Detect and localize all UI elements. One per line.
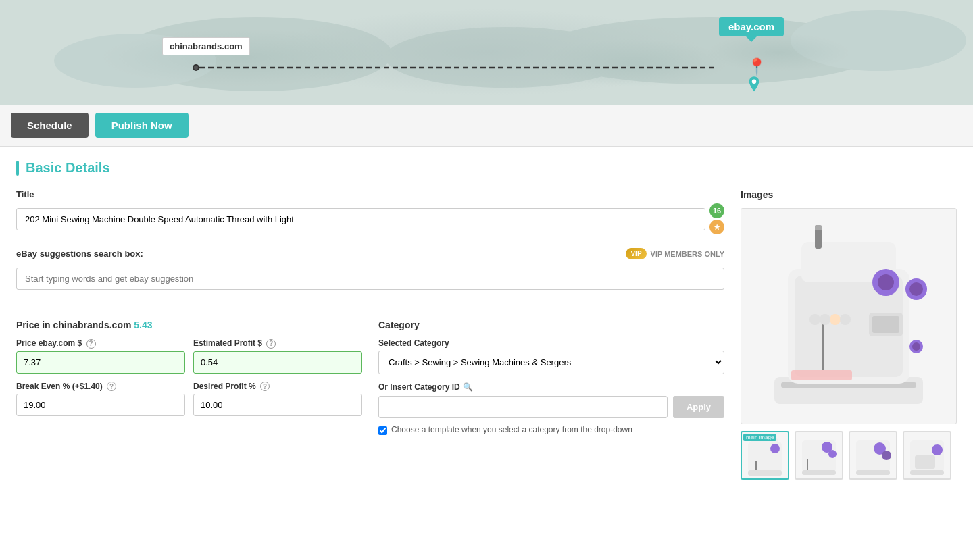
svg-point-16 [878,274,894,290]
ebay-pin [747,57,760,75]
price-fields-row2: Break Even % (+$1.40) ? Desired Profit %… [16,382,362,417]
thumbnail-4[interactable] [903,431,951,480]
svg-rect-25 [872,316,899,333]
price-category-grid: Price in chinabrands.com 5.43 Price ebay… [16,320,724,435]
price-section-title: Price in chinabrands.com 5.43 [16,320,362,330]
main-product-image [741,208,957,424]
price-ebay-help-icon[interactable]: ? [86,339,96,349]
svg-point-6 [752,79,756,83]
china-dot [193,64,199,71]
main-layout: Title 16 ★ eBay suggestions search box: … [0,189,973,480]
vip-badge: VIP [626,248,646,259]
basic-details-section: Basic Details [0,147,973,176]
publish-now-button[interactable]: Publish Now [95,113,189,138]
thumbnail-2[interactable] [795,431,843,480]
break-even-label: Break Even % (+$1.40) ? [16,382,185,392]
apply-button[interactable]: Apply [673,396,724,418]
price-ebay-field: Price ebay.com $ ? [16,338,185,374]
main-image-tag: main image [743,434,776,441]
estimated-profit-input[interactable] [193,351,362,374]
left-panel: Title 16 ★ eBay suggestions search box: … [16,189,724,480]
svg-point-43 [932,444,943,455]
svg-rect-12 [815,228,822,249]
svg-rect-37 [802,470,836,475]
right-panel: Images [741,189,957,480]
map-banner: chinabrands.com ebay.com [0,0,973,105]
svg-rect-14 [822,323,824,370]
category-section: Category Selected Category Crafts > Sewi… [378,320,724,435]
vip-label-group: VIP VIP MEMBERS ONLY [626,248,724,259]
svg-point-21 [830,314,841,325]
images-title: Images [741,189,957,200]
svg-rect-45 [915,455,935,469]
selected-category-label: Selected Category [378,338,724,348]
break-even-field: Break Even % (+$1.40) ? [16,382,185,417]
svg-rect-36 [807,459,808,471]
ebay-label: ebay.com [719,17,784,36]
china-label: chinabrands.com [162,37,250,55]
desired-profit-field: Desired Profit % ? [193,382,362,417]
break-even-input[interactable] [16,394,185,416]
title-field-group: Title 16 ★ [16,189,724,234]
break-even-help-icon[interactable]: ? [107,382,116,391]
thumbnail-3[interactable] [849,431,897,480]
desired-profit-input[interactable] [193,394,362,416]
template-checkbox-row: Choose a template when you select a cate… [378,425,724,435]
estimated-profit-label: Estimated Profit $ ? [193,338,362,349]
svg-point-19 [809,314,820,325]
search-icon: 🔍 [463,382,473,392]
title-label: Title [16,189,724,199]
insert-category-input[interactable] [378,396,668,418]
price-ebay-label: Price ebay.com $ ? [16,338,185,349]
insert-category-row: Apply [378,396,724,418]
svg-rect-31 [755,461,757,471]
badge-stack: 16 ★ [709,203,724,234]
svg-point-22 [840,314,851,325]
svg-rect-41 [856,470,890,475]
thumbnail-1[interactable]: main image [741,431,789,480]
desired-profit-label: Desired Profit % ? [193,382,362,392]
price-value: 5.43 [134,320,152,330]
title-input[interactable] [16,208,705,230]
title-star-badge: ★ [709,220,724,234]
ebay-search-input[interactable] [16,268,724,290]
selected-category-select[interactable]: Crafts > Sewing > Sewing Machines & Serg… [378,351,724,374]
price-fields-row1: Price ebay.com $ ? Estimated Profit $ ? [16,338,362,374]
svg-rect-23 [791,370,852,380]
title-char-count-badge: 16 [709,203,724,218]
map-background: chinabrands.com ebay.com [0,0,973,105]
schedule-button[interactable]: Schedule [11,113,89,138]
svg-point-20 [820,314,830,325]
estimated-profit-help-icon[interactable]: ? [266,339,276,349]
desired-profit-help-icon[interactable]: ? [260,382,270,391]
ebay-suggestions-group: eBay suggestions search box: VIP VIP MEM… [16,248,724,306]
title-input-wrap: 16 ★ [16,203,724,234]
svg-point-18 [909,282,923,296]
price-ebay-input[interactable] [16,351,185,374]
template-checkbox[interactable] [378,426,387,435]
section-title: Basic Details [16,160,957,176]
svg-rect-13 [815,225,822,230]
svg-rect-44 [910,470,944,475]
svg-rect-32 [748,470,782,476]
category-section-title: Category [378,320,724,330]
action-bar: Schedule Publish Now [0,105,973,147]
ebay-suggestions-label: eBay suggestions search box: [16,249,143,259]
svg-point-40 [882,451,891,460]
svg-point-27 [912,342,920,351]
template-checkbox-label: Choose a template when you select a cate… [391,425,632,434]
svg-point-35 [828,450,837,458]
vip-text: VIP MEMBERS ONLY [651,250,724,258]
insert-category-label: Or Insert Category ID 🔍 [378,382,724,392]
svg-point-30 [770,444,780,453]
thumbnail-row: main image [741,431,957,480]
price-section: Price in chinabrands.com 5.43 Price ebay… [16,320,362,435]
estimated-profit-field: Estimated Profit $ ? [193,338,362,374]
